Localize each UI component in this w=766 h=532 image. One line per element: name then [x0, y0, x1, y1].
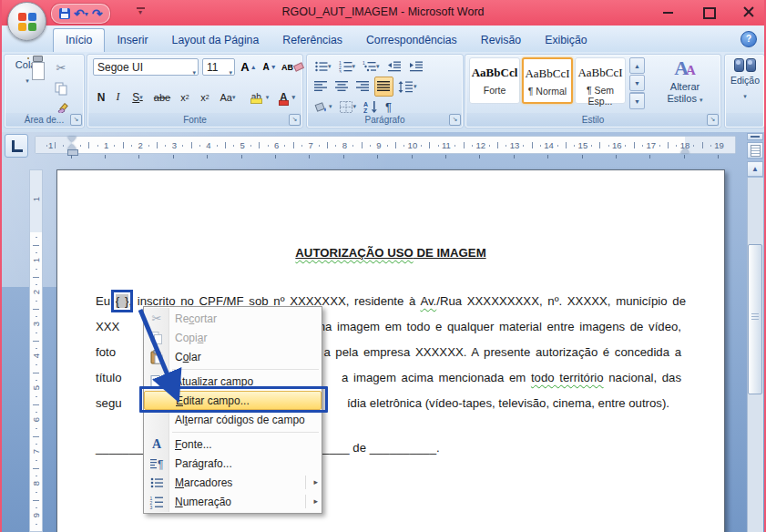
justify-button[interactable] [374, 77, 393, 97]
ruler-tick [33, 500, 39, 501]
align-left-button[interactable] [312, 77, 331, 97]
editing-button[interactable]: Edição ▾ [729, 58, 761, 102]
subscript-button[interactable]: x2 [175, 87, 195, 107]
copy-icon [55, 82, 68, 96]
change-case-button[interactable]: Aa▾ [215, 87, 240, 107]
italic-button[interactable]: I [110, 87, 126, 107]
ruler-tick [599, 142, 600, 148]
tab-exibicao[interactable]: Exibição [533, 28, 598, 52]
horizontal-ruler[interactable]: 112345678910111213141516171819 [35, 136, 736, 154]
styles-more-button[interactable]: ▼ [629, 92, 645, 109]
copy-button[interactable] [47, 78, 75, 98]
tab-correspondencias[interactable]: Correspondências [354, 28, 469, 52]
ruler-toggle-button[interactable] [747, 142, 763, 159]
styles-dialog-launcher[interactable]: ↘ [707, 114, 719, 126]
merge-field[interactable]: { } [116, 294, 129, 308]
clipboard-dialog-launcher[interactable]: ↘ [70, 114, 82, 126]
paragraph-dialog-launcher[interactable]: ↘ [449, 114, 461, 126]
ruler-tick [464, 142, 465, 148]
align-right-button[interactable] [353, 77, 373, 97]
ruler-tick [616, 155, 617, 159]
numbering-button[interactable]: 123▾ [336, 56, 359, 77]
bullets-icon [314, 60, 328, 73]
ruler-number: 14 [544, 140, 554, 150]
font-family-combo[interactable]: Segoe UI ▾ [93, 58, 199, 76]
minimize-button[interactable] [662, 5, 675, 18]
redo-button[interactable]: ↷ [92, 5, 103, 22]
ruler-tick [33, 309, 39, 310]
grow-font-button[interactable]: A▲ [239, 57, 259, 77]
tab-revisao[interactable]: Revisão [469, 28, 533, 52]
shrink-font-button[interactable]: A▼ [260, 57, 280, 77]
tab-referencias[interactable]: Referências [271, 28, 354, 52]
tab-inserir[interactable]: Inserir [105, 28, 159, 52]
ruler-tick [362, 142, 363, 148]
styles-scroll-down-button[interactable]: ▼ [629, 75, 645, 91]
styles-scroll-up-button[interactable]: ▲ [629, 57, 645, 74]
ruler-tick [88, 142, 89, 148]
first-line-indent-marker[interactable] [67, 137, 77, 142]
line-spacing-button[interactable]: ▾ [395, 77, 420, 97]
ruler-tick [105, 155, 106, 159]
tab-layout-da-pagina[interactable]: Layout da Página [160, 28, 271, 52]
office-button[interactable] [7, 2, 46, 41]
multilevel-list-button[interactable]: 1▾ [360, 56, 383, 77]
multilevel-list-icon: 1 [363, 60, 376, 73]
bullets-button[interactable]: ▾ [312, 56, 334, 77]
ruler-tick [36, 396, 37, 397]
tab-inicio[interactable]: Início [53, 28, 105, 52]
font-color-button[interactable]: A▾ [273, 87, 301, 107]
increase-indent-button[interactable] [406, 56, 426, 77]
align-right-icon [356, 81, 370, 92]
decrease-indent-button[interactable] [384, 56, 404, 77]
style-sample-text: AaBbCcl [470, 66, 519, 80]
clear-formatting-icon: AB [281, 63, 293, 72]
ruler-number: 1 [48, 140, 53, 150]
ruler-tick [403, 145, 404, 147]
ruler-tick [684, 155, 685, 159]
undo-button[interactable]: ↶▾ [74, 5, 88, 22]
style-card-sem-esp[interactable]: AaBbCcI¶ Sem Esp... [575, 57, 626, 104]
customize-qat-button[interactable]: ▾ [135, 6, 146, 19]
menu-item-alternar-codigos-de-campo[interactable]: Alternar códigos de campo [144, 410, 322, 429]
menu-item-marcadores[interactable]: Marcadores▸ [144, 473, 322, 492]
vertical-ruler[interactable]: 1123456789 [29, 169, 43, 532]
ruler-tick [131, 145, 132, 147]
highlight-color-button[interactable]: ab▾ [246, 87, 273, 107]
help-button[interactable]: ? [740, 31, 757, 47]
clear-formatting-button[interactable]: AB [281, 57, 304, 77]
underline-button[interactable]: S▾ [126, 87, 149, 107]
menu-item-paragrafo[interactable]: ¶Parágrafo... [144, 454, 322, 473]
document-line-2-right: ha imagem em todo e qualquer material en… [319, 320, 681, 333]
change-styles-button[interactable]: AA AlterarEstilos ▾ [651, 57, 719, 114]
save-button[interactable] [59, 5, 70, 22]
style-card-forte[interactable]: AaBbCclForte [469, 57, 520, 104]
ruler-tick [36, 269, 37, 270]
superscript-button[interactable]: x2 [195, 87, 215, 107]
sort-icon: AZ [363, 100, 378, 113]
tab-stop-selector[interactable] [5, 134, 28, 158]
strikethrough-button[interactable]: abe [149, 87, 175, 107]
ruler-tick [370, 145, 371, 147]
style-card-normal[interactable]: AaBbCcI¶ Normal [522, 57, 573, 104]
menu-item-numeracao[interactable]: 123Numeração▸ [144, 492, 322, 511]
font-size-combo[interactable]: 11 ▾ [202, 58, 235, 76]
close-button[interactable] [742, 5, 755, 18]
ruler-bottom-ticks [35, 155, 736, 159]
paste-button[interactable]: Colar ▾ [10, 57, 45, 114]
scrollbar-up-button[interactable]: ▲ [747, 161, 763, 177]
menu-item-fonte[interactable]: AFonte... [144, 435, 322, 454]
maximize-button[interactable] [702, 5, 715, 18]
font-dialog-launcher[interactable]: ↘ [289, 114, 301, 126]
split-pane-handle[interactable] [747, 133, 763, 140]
office-logo-icon [18, 13, 36, 31]
right-indent-marker[interactable] [680, 148, 689, 153]
scrollbar-thumb[interactable] [748, 244, 762, 394]
cut-button[interactable]: ✂ [47, 57, 75, 77]
align-center-button[interactable] [332, 77, 352, 97]
menu-item-label: Alternar códigos de campo [175, 414, 305, 426]
ruler-tick [114, 145, 115, 147]
ruler-tick [387, 145, 388, 147]
bold-button[interactable]: N [92, 87, 110, 107]
clipboard-small-buttons: ✂ [47, 57, 75, 120]
